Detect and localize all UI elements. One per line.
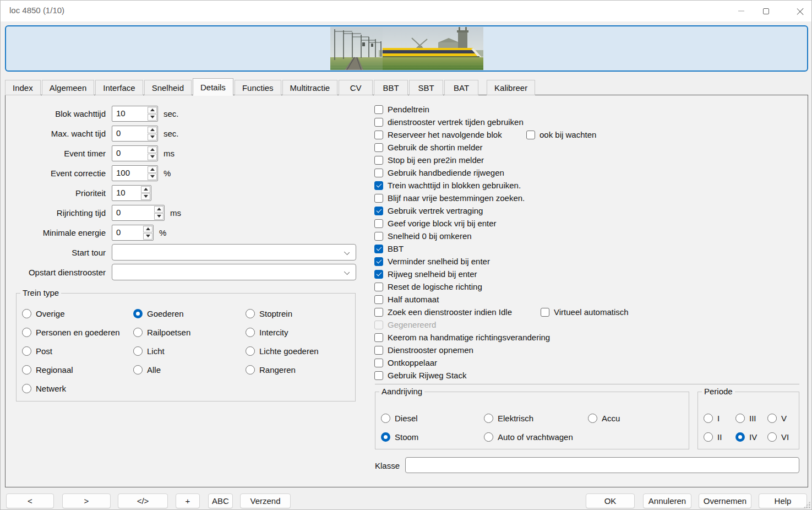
tab-multitractie[interactable]: Multitractie <box>282 80 338 95</box>
trein-type-legend: Trein type <box>20 288 61 297</box>
opstart-dienstrooster-dropdown[interactable] <box>112 264 356 280</box>
tab-bat[interactable]: BAT <box>444 80 478 95</box>
radio-periode-i[interactable]: I <box>704 412 735 424</box>
checkbox-keerom-handmatige-richtingsverandering[interactable]: Keerom na handmatige richtingsveranderin… <box>374 333 550 342</box>
code-button[interactable]: </> <box>118 493 168 508</box>
minimize-button[interactable] <box>728 1 754 21</box>
spin-down-button[interactable] <box>148 173 157 180</box>
spin-up-button[interactable] <box>148 166 157 173</box>
radio-diesel[interactable]: Diesel <box>381 412 484 424</box>
spin-up-button[interactable] <box>154 206 164 213</box>
radio-periode-iv[interactable]: IV <box>735 431 767 443</box>
close-button[interactable] <box>787 1 812 21</box>
verzend-button[interactable]: Verzend <box>240 493 291 508</box>
radio-regionaal[interactable]: Regionaal <box>22 363 133 376</box>
minimale-energie-label: Minimale energie <box>7 228 112 237</box>
spin-up-button[interactable] <box>148 147 157 153</box>
checkbox-gebruik-rijweg-stack[interactable]: Gebruik Rijweg Stack <box>374 371 466 380</box>
radio-accu[interactable]: Accu <box>588 412 689 424</box>
radio-periode-v[interactable]: V <box>767 412 799 424</box>
radio-elektrisch[interactable]: Elektrisch <box>484 412 588 424</box>
radio-overige[interactable]: Overige <box>22 307 133 319</box>
radio-goederen[interactable]: Goederen <box>133 307 246 319</box>
prev-button[interactable]: < <box>6 493 54 508</box>
checkbox-vertrek-vertraging[interactable]: Gebruik vertrek vertraging <box>374 206 483 215</box>
tab-snelheid[interactable]: Snelheid <box>144 80 192 95</box>
add-button[interactable]: + <box>176 493 200 508</box>
checkbox-pendeltrein[interactable]: Pendeltrein <box>374 105 429 114</box>
spin-down-button[interactable] <box>143 233 152 240</box>
spin-up-button[interactable] <box>148 107 157 113</box>
radio-rangeren[interactable]: Rangeren <box>246 363 355 376</box>
checkbox-stop-pre2in-melder[interactable]: Stop bij een pre2in melder <box>374 155 484 165</box>
tab-bbt[interactable]: BBT <box>374 80 408 95</box>
radio-licht[interactable]: Licht <box>133 345 246 357</box>
spin-down-button[interactable] <box>154 213 164 220</box>
checkbox-blijf-vrije-bestemmingen[interactable]: Blijf naar vrije bestemmingen zoeken. <box>374 193 525 203</box>
rijrichting-tijd-input[interactable]: 0 <box>112 205 165 221</box>
overnemen-button[interactable]: Overnemen <box>699 493 751 508</box>
checkbox-virtueel-automatisch[interactable]: Virtueel automatisch <box>541 307 629 317</box>
tab-index[interactable]: Index <box>5 80 41 95</box>
radio-personen-en-goederen[interactable]: Personen en goederen <box>22 326 133 338</box>
radio-lichte-goederen[interactable]: Lichte goederen <box>246 345 355 357</box>
radio-periode-ii[interactable]: II <box>704 431 735 443</box>
radio-stoptrein[interactable]: Stoptrein <box>246 307 355 319</box>
tab-cv[interactable]: CV <box>339 80 373 95</box>
checkbox-verminder-snelheid-enter[interactable]: Verminder snelheid bij enter <box>374 257 490 266</box>
ok-button[interactable]: OK <box>586 493 635 508</box>
event-timer-input[interactable]: 0 <box>112 145 158 161</box>
options-checkbox-list: Pendeltrein dienstrooster vertrek tijden… <box>374 103 799 382</box>
radio-stoom[interactable]: Stoom <box>381 431 484 443</box>
next-button[interactable]: > <box>62 493 111 508</box>
maximize-button[interactable] <box>753 1 778 21</box>
checkbox-snelheid-0-omkeren[interactable]: Snelheid 0 bij omkeren <box>374 231 472 241</box>
radio-netwerk[interactable]: Netwerk <box>22 382 133 394</box>
tab-interface[interactable]: Interface <box>95 80 143 95</box>
radio-alle[interactable]: Alle <box>133 363 246 376</box>
tab-algemeen[interactable]: Algemeen <box>42 80 95 95</box>
checkbox-box <box>374 181 383 190</box>
blok-wachttijd-input[interactable]: 10 <box>112 106 158 122</box>
klasse-input[interactable] <box>405 457 799 473</box>
prioriteit-input[interactable]: 10 <box>112 185 151 201</box>
spin-up-button[interactable] <box>141 186 150 193</box>
radio-railpoetsen[interactable]: Railpoetsen <box>133 326 246 338</box>
event-correctie-input[interactable]: 100 <box>112 165 158 181</box>
spin-down-button[interactable] <box>148 154 157 160</box>
max-wacht-tijd-input[interactable]: 0 <box>112 126 158 142</box>
spin-down-button[interactable] <box>148 114 157 121</box>
minimale-energie-input[interactable]: 0 <box>112 225 154 241</box>
radio-intercity[interactable]: Intercity <box>246 326 355 338</box>
radio-periode-vi[interactable]: VI <box>767 431 799 443</box>
annuleren-button[interactable]: Annuleren <box>643 493 691 508</box>
spin-down-button[interactable] <box>148 134 157 140</box>
checkbox-dienstrooster-opnemen[interactable]: Dienstrooster opnemen <box>374 345 473 355</box>
tab-kalibreer[interactable]: Kalibreer <box>487 80 535 95</box>
radio-auto-of-vrachtwagen[interactable]: Auto of vrachtwagen <box>484 431 588 443</box>
spin-up-button[interactable] <box>143 226 152 232</box>
checkbox-dienstrooster-vertrek-tijden[interactable]: dienstrooster vertrek tijden gebruiken <box>374 117 524 127</box>
abc-button[interactable]: ABC <box>208 493 233 508</box>
checkbox-bbt[interactable]: BBT <box>374 244 404 253</box>
spin-down-button[interactable] <box>141 193 150 200</box>
checkbox-trein-wachttijd-blokken[interactable]: Trein wachttijd in blokken gebruiken. <box>374 181 521 190</box>
radio-post[interactable]: Post <box>22 345 133 357</box>
checkbox-geef-vorige-block-vrij[interactable]: Geef vorige block vrij bij enter <box>374 219 497 228</box>
tab-sbt[interactable]: SBT <box>409 80 443 95</box>
checkbox-ook-bij-wachten[interactable]: ook bij wachten <box>526 130 596 139</box>
tab-details[interactable]: Details <box>193 78 233 96</box>
checkbox-half-automaat[interactable]: Half automaat <box>374 295 439 304</box>
checkbox-zoek-dienstrooster-idle[interactable]: Zoek een dienstrooster indien Idle <box>374 307 512 317</box>
checkbox-ontkoppelaar[interactable]: Ontkoppelaar <box>374 358 437 367</box>
checkbox-reset-logische-richting[interactable]: Reset de logische richting <box>374 282 482 291</box>
checkbox-rijweg-snelheid-enter[interactable]: Rijweg snelheid bij enter <box>374 269 477 279</box>
radio-periode-iii[interactable]: III <box>735 412 767 424</box>
checkbox-reserveer-navolgende-blok[interactable]: Reserveer het navolgende blok <box>374 130 502 139</box>
tab-functies[interactable]: Functies <box>235 80 281 95</box>
checkbox-handbediende-rijwegen[interactable]: Gebruik handbediende rijwegen <box>374 168 504 177</box>
start-tour-dropdown[interactable] <box>112 244 356 261</box>
spin-up-button[interactable] <box>148 127 157 133</box>
checkbox-shortin-melder[interactable]: Gebruik de shortin melder <box>374 143 483 152</box>
help-button[interactable]: Help <box>759 493 807 508</box>
